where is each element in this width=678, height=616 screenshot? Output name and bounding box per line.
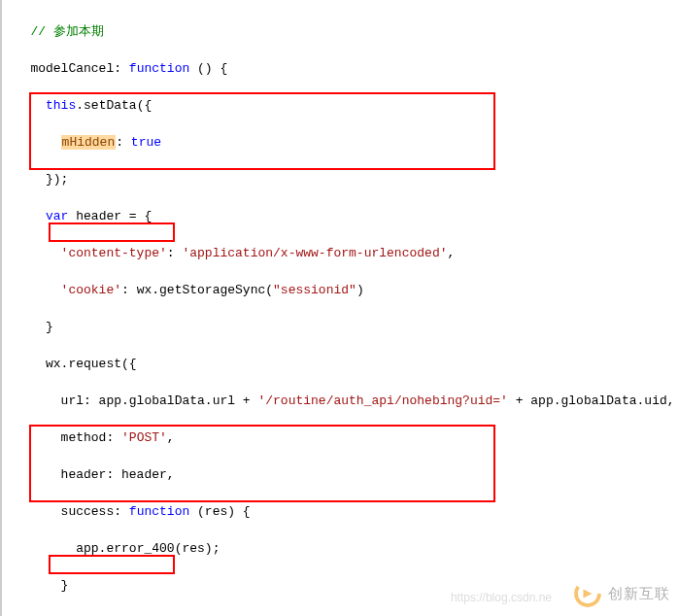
watermark-logo: 创新互联 [573,579,670,608]
code-line: app.error_400(res); [8,539,678,558]
watermark-text: 创新互联 [608,585,670,603]
code-line: this.setData({ [8,96,678,115]
code-editor-content[interactable]: // 参加本期 modelCancel: function () { this.… [0,0,678,616]
code-line: header: header, [8,465,678,484]
code-line: 'cookie': wx.getStorageSync("sessionid") [8,281,678,299]
watermark-icon [573,579,602,608]
code-line: method: 'POST', [8,428,678,447]
code-line: mHidden: true [8,133,678,152]
code-line: var header = { [8,207,678,225]
code-line: url: app.globalData.url + '/routine/auth… [8,392,678,410]
code-line: wx.request({ [8,355,678,373]
code-line: modelCancel: function () { [8,59,678,78]
comment-text: // 参加本期 [30,24,103,39]
code-line: // 参加本期 [8,22,678,41]
highlight-box-header-line1 [49,222,175,242]
code-line: success: function (res) { [8,502,678,521]
code-line: 'content-type': 'application/x-www-form-… [8,244,678,262]
highlighted-property: mHidden [61,135,117,150]
code-line: } [8,318,678,336]
highlight-box-header-line2 [49,555,175,574]
watermark-url: https://blog.csdn.ne [451,591,552,604]
code-line: }); [8,170,678,188]
